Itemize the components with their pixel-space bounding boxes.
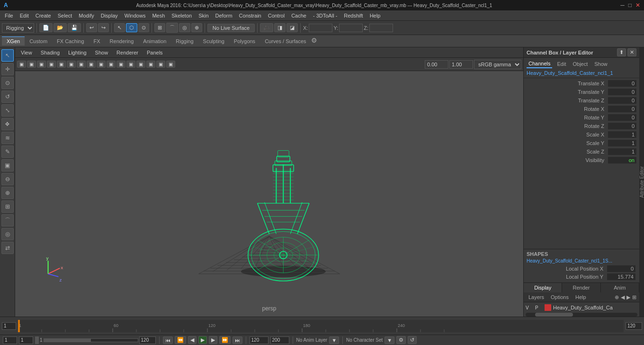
- display-tab-anim[interactable]: Anim: [601, 283, 639, 292]
- right-panel-close-button[interactable]: ✕: [627, 48, 636, 56]
- mode-tab-rigging[interactable]: Rigging: [171, 36, 198, 45]
- prev-frame-button[interactable]: ◀: [188, 336, 197, 344]
- help-tab[interactable]: Help: [573, 293, 588, 301]
- undo-button[interactable]: ↩: [86, 23, 97, 32]
- menu-item-skeleton[interactable]: Skeleton: [169, 12, 195, 19]
- ipr-button[interactable]: ◪: [286, 23, 298, 32]
- display-tab-render[interactable]: Render: [562, 283, 600, 292]
- layer-color-swatch[interactable]: [545, 304, 551, 311]
- layers-tab[interactable]: Layers: [527, 293, 546, 301]
- viewport-value2[interactable]: [449, 60, 473, 69]
- viewport-menu-panels[interactable]: Panels: [143, 49, 167, 56]
- attribute-editor-strip[interactable]: Attribute Editor: [639, 47, 644, 317]
- menu-item-modify[interactable]: Modify: [76, 12, 97, 19]
- char-set-refresh[interactable]: ↺: [408, 336, 417, 344]
- redo-button[interactable]: ↪: [98, 23, 109, 32]
- settings-icon[interactable]: ⚙: [311, 36, 321, 46]
- options-tab[interactable]: Options: [549, 293, 571, 301]
- mode-tab-sculpting[interactable]: Sculpting: [198, 36, 229, 45]
- paint-button[interactable]: ⬡: [126, 23, 137, 32]
- paint-select-button[interactable]: ✎: [1, 145, 14, 158]
- viewport-toolbar-shaded[interactable]: ▣: [57, 61, 66, 68]
- viewport-toolbar-smooth[interactable]: ▣: [47, 61, 56, 68]
- shape-channel-value[interactable]: 15.774: [607, 273, 635, 280]
- mode-tab-fx-caching[interactable]: FX Caching: [52, 36, 89, 45]
- menu-item-display[interactable]: Display: [98, 12, 121, 19]
- mode-tab-xgen[interactable]: XGen: [2, 36, 25, 45]
- lasso-tool-button[interactable]: ⊙: [1, 77, 14, 89]
- lasso2-button[interactable]: ⊖: [1, 173, 14, 185]
- menu-item-select[interactable]: Select: [55, 12, 75, 19]
- viewport-menu-shading[interactable]: Shading: [37, 49, 63, 56]
- open-file-button[interactable]: 📂: [54, 23, 67, 32]
- viewport-toolbar-dof[interactable]: ▣: [166, 61, 175, 68]
- viewport-toolbar-msaa[interactable]: ▣: [87, 61, 96, 68]
- playback-range-slider[interactable]: [44, 338, 138, 342]
- new-file-button[interactable]: 📄: [39, 23, 53, 32]
- menu-item-cache[interactable]: Cache: [288, 12, 309, 19]
- object-tab[interactable]: Object: [571, 60, 590, 68]
- play-button[interactable]: ▶: [198, 336, 207, 344]
- edit-tab[interactable]: Edit: [555, 60, 568, 68]
- range-start-input[interactable]: [19, 336, 33, 344]
- viewport-canvas[interactable]: x y z persp: [15, 71, 523, 317]
- channel-value[interactable]: 0: [608, 114, 636, 121]
- step-back-button[interactable]: ⏪: [175, 336, 186, 344]
- range-slider-thumb[interactable]: [35, 336, 39, 344]
- menu-item-redshift[interactable]: Redshift: [341, 12, 366, 19]
- rotate-tool-button[interactable]: ↺: [1, 91, 14, 103]
- mode-tab-polygons[interactable]: Polygons: [229, 36, 260, 45]
- move-tool-button[interactable]: ✛: [1, 63, 14, 75]
- viewport-toolbar-wireframe[interactable]: ▣: [37, 61, 46, 68]
- channel-value[interactable]: on: [608, 157, 636, 163]
- viewport-toolbar-obj-filter[interactable]: ▣: [27, 61, 36, 68]
- timeline-ruler[interactable]: 1 60 120 180 240: [18, 320, 624, 332]
- translate-x-field[interactable]: [309, 24, 332, 32]
- menu-item---3dtoall--[interactable]: - 3DToAll -: [310, 12, 340, 19]
- viewport-value1[interactable]: [425, 60, 448, 69]
- viewport[interactable]: ViewShadingLightingShowRendererPanels ▣▣…: [15, 47, 523, 317]
- render-button[interactable]: ◨: [274, 23, 286, 32]
- next-frame-button[interactable]: ▶: [209, 336, 217, 344]
- color-profile-select[interactable]: sRGB gamma: [474, 60, 521, 69]
- end-frame-input[interactable]: [626, 322, 642, 330]
- layer-visibility-toggle[interactable]: V: [526, 305, 533, 310]
- display-tab-display[interactable]: Display: [524, 283, 562, 292]
- channel-value[interactable]: 0: [608, 89, 636, 95]
- channel-value[interactable]: 0: [608, 97, 636, 104]
- snap2-button[interactable]: ⌒: [166, 23, 178, 33]
- viewport-toolbar-isolate[interactable]: ▣: [107, 61, 116, 68]
- save-file-button[interactable]: 💾: [68, 23, 81, 32]
- mode-tab-custom[interactable]: Custom: [25, 36, 52, 45]
- shape-channel-value[interactable]: 0: [607, 265, 635, 272]
- mode-tab-curves-surfaces[interactable]: Curves / Surfaces: [260, 36, 311, 45]
- playback-max-input[interactable]: [139, 336, 156, 344]
- viewport-toolbar-motion-blur[interactable]: ▣: [156, 61, 165, 68]
- menu-item-mesh[interactable]: Mesh: [149, 12, 168, 19]
- layer-add-icon[interactable]: ⊕: [615, 294, 619, 300]
- channels-tab[interactable]: Channels: [527, 60, 552, 68]
- layer-next-icon[interactable]: ▶: [626, 294, 630, 300]
- go-to-end-button[interactable]: ⏭: [233, 336, 242, 344]
- viewport-toolbar-lighting[interactable]: ▣: [116, 61, 125, 68]
- snap-point-button[interactable]: ◎: [1, 228, 14, 240]
- snap1-button[interactable]: ⊞: [154, 23, 165, 32]
- mode-tab-rendering[interactable]: Rendering: [105, 36, 139, 45]
- menu-item-file[interactable]: File: [2, 12, 16, 19]
- viewport-toolbar-ssao[interactable]: ▣: [146, 61, 155, 68]
- viewport-menu-lighting[interactable]: Lighting: [64, 49, 90, 56]
- char-set-button[interactable]: ▼: [385, 336, 394, 344]
- viewport-menu-view[interactable]: View: [17, 49, 36, 56]
- viewport-toolbar-textured[interactable]: ▣: [67, 61, 76, 68]
- close-button[interactable]: ✕: [635, 2, 640, 9]
- viewport-toolbar-shadows[interactable]: ▣: [126, 61, 135, 68]
- menu-item-control[interactable]: Control: [265, 12, 287, 19]
- layer-prev-icon[interactable]: ◀: [621, 294, 625, 300]
- menu-item-help[interactable]: Help: [367, 12, 384, 19]
- viewport-toolbar-cam[interactable]: ▣: [17, 61, 26, 68]
- fps2-field[interactable]: [270, 336, 289, 344]
- channel-value[interactable]: 0: [608, 123, 636, 129]
- menu-item-create[interactable]: Create: [33, 12, 54, 19]
- channel-value[interactable]: 1: [608, 148, 636, 155]
- marquee-tool-button[interactable]: ▣: [1, 159, 14, 172]
